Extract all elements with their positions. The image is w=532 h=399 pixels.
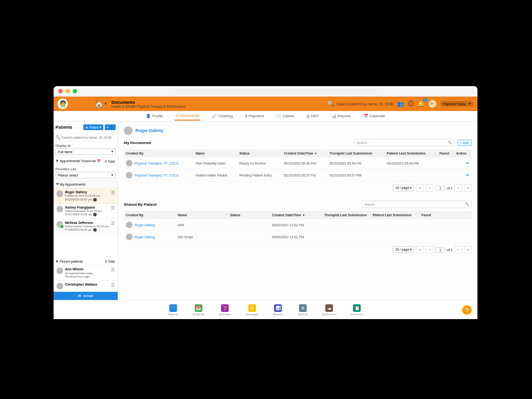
email-button[interactable]: ✉ Email	[54, 292, 118, 300]
col-name[interactable]: Name	[176, 211, 228, 219]
add-patient-button[interactable]: + 👤	[105, 124, 116, 130]
table-row[interactable]: Physical Therapist, PT, CSCSPatient Inta…	[124, 169, 472, 181]
col-status[interactable]: Status	[237, 149, 282, 157]
nav-insurance[interactable]: 📋Insurance	[351, 304, 363, 316]
item-menu-button[interactable]: ☰	[111, 190, 115, 195]
tab-hep[interactable]: |||HEP	[306, 112, 320, 120]
tab-documents[interactable]: ✏Documents	[175, 111, 200, 121]
col-therapist-sub[interactable]: Therapist Last Submission	[328, 149, 385, 157]
appointment-item[interactable]: Melissa JeffersonPerformance Training at…	[54, 219, 118, 234]
avatar	[56, 267, 63, 274]
bell-icon[interactable]: 🔔 1	[418, 100, 425, 107]
creator-link[interactable]: Roger Daltrey	[134, 235, 155, 239]
table-row[interactable]: Roger DaltreyMD Script06/03/2022 12:01 P…	[124, 231, 472, 243]
item-menu-button[interactable]: ☰	[111, 267, 115, 272]
appointment-name: Roger Daltrey	[65, 190, 109, 194]
table-row[interactable]: Roger DaltreyMRI06/03/2022 12:02 PM	[124, 219, 472, 231]
next-page-button[interactable]: ›	[454, 184, 462, 192]
tab-claims[interactable]: 📄Claims	[275, 112, 295, 120]
nav-exercises[interactable]: 🏋Exercises	[219, 304, 231, 316]
creator-link[interactable]: Roger Daltrey	[134, 223, 155, 227]
creator-link[interactable]: Physical Therapist, PT, CSCS	[134, 174, 178, 177]
user-avatar[interactable]: PT	[429, 100, 436, 108]
last-page-button[interactable]: »	[464, 246, 472, 254]
first-page-button[interactable]: «	[416, 184, 424, 192]
table-row[interactable]: Physical Therapist, PT, CSCSPain Disabil…	[124, 157, 472, 169]
my-documents-title: My Documents	[124, 141, 151, 145]
nav-schedule[interactable]: 📅Schedule	[192, 304, 204, 316]
item-menu-button[interactable]: ☰	[111, 221, 115, 226]
col-faxed[interactable]: Faxed	[438, 149, 454, 157]
page-input[interactable]	[435, 186, 445, 191]
col-created-dt[interactable]: Created Date/Time ▼	[270, 211, 322, 219]
col-status[interactable]: Status	[228, 211, 270, 219]
people-icon[interactable]: 👥	[397, 100, 404, 107]
help-button[interactable]: ?	[462, 305, 472, 315]
providers-select[interactable]: Please select ▾	[55, 172, 116, 178]
edit-icon[interactable]: ✏	[466, 161, 470, 166]
display-as-select[interactable]: Full name ▾	[55, 148, 116, 155]
first-page-button[interactable]: «	[416, 246, 424, 254]
pinned-patient-item[interactable]: Ann WilsonNo appointment todayPending Fi…	[54, 266, 118, 281]
pinned-patients-section[interactable]: Pinned patients 3 Total	[54, 258, 118, 266]
sidebar-search-input[interactable]	[62, 136, 116, 139]
tab-icon: 📊	[332, 114, 336, 118]
tab-profile[interactable]: 👤Profile	[145, 112, 164, 120]
sidebar-search[interactable]: 🔍	[54, 133, 118, 142]
global-search[interactable]: 🔍 Search patient by name, ID, DOB	[327, 100, 393, 107]
nav-patients[interactable]: 🩺Patients	[168, 304, 178, 316]
pinned-patient-item[interactable]: Christopher Wallace☰	[54, 281, 118, 292]
next-page-button[interactable]: ›	[454, 246, 462, 254]
docs-search-input[interactable]: Search... 🔍	[354, 139, 454, 146]
nav-dashboard[interactable]: ☁Dashboard	[322, 304, 336, 316]
tab-payment[interactable]: $Payment	[244, 112, 265, 120]
appointment-item[interactable]: Ashley FrangipaneInitial Evaluation at 0…	[54, 204, 118, 219]
per-page-select[interactable]: 10 / page ▾	[393, 185, 414, 191]
item-menu-button[interactable]: ☰	[111, 283, 115, 288]
chevron-down-icon: ▾	[111, 173, 113, 177]
edit-icon[interactable]: ✏	[466, 173, 470, 177]
col-created-by[interactable]: Created By	[124, 149, 194, 157]
user-menu[interactable]: Physical Thera... ▾	[440, 101, 474, 107]
minimize-window-button[interactable]	[66, 89, 70, 93]
col-created-dt[interactable]: Created Date/Time ▼	[282, 149, 327, 157]
tab-charting[interactable]: 📈Charting	[211, 112, 233, 120]
nav-messages[interactable]: ✉Messages	[245, 304, 258, 316]
col-patient-sub[interactable]: Patient Last Submission	[371, 211, 420, 219]
tab-calendar[interactable]: 📅Calendar	[363, 112, 386, 120]
search-icon: 🔍	[465, 202, 469, 206]
appointment-item[interactable]: Roger DaltreyFollow-Up Visit at 12:00 pm…	[54, 188, 118, 204]
filters-button[interactable]: ▼ Filters ▾	[83, 124, 103, 130]
appointments-tomorrow-section[interactable]: Appointments Tomorrow 📅 4 Total	[54, 157, 118, 166]
doc-therapist-sub: 05/23/2023 05:57 PM	[328, 169, 385, 181]
creator-link[interactable]: Physical Therapist, PT, CSCS	[134, 162, 178, 165]
info-icon[interactable]: ⓘ	[408, 100, 414, 108]
nav-settings[interactable]: ⚙Settings	[298, 304, 308, 316]
tab-icon: 📄	[276, 114, 281, 118]
last-page-button[interactable]: »	[464, 184, 472, 192]
maximize-window-button[interactable]	[73, 89, 77, 93]
nav-icon: 🩺	[169, 304, 177, 312]
col-created-by[interactable]: Created By	[124, 211, 176, 219]
close-window-button[interactable]	[58, 89, 63, 93]
page-input[interactable]	[435, 247, 445, 253]
my-appointments-section[interactable]: My Appointments	[54, 181, 118, 188]
shared-search-input[interactable]: Search... 🔍	[362, 200, 472, 208]
col-action[interactable]: Action	[454, 149, 472, 157]
patient-name-link[interactable]: Roger Daltrey	[135, 128, 164, 133]
nav-reports[interactable]: 📊Reports	[273, 304, 283, 316]
calendar-icon: 📅	[97, 159, 101, 163]
col-therapist-sub[interactable]: Therapist Last Submission	[322, 211, 371, 219]
per-page-select[interactable]: 10 / page ▾	[393, 246, 414, 253]
home-button[interactable]: 🏠 ▾	[94, 100, 107, 109]
url-bar[interactable]	[176, 89, 377, 94]
col-faxed[interactable]: Faxed	[420, 211, 472, 219]
prev-page-button[interactable]: ‹	[426, 184, 433, 192]
item-menu-button[interactable]: ☰	[111, 206, 115, 211]
prev-page-button[interactable]: ‹	[426, 246, 433, 254]
col-patient-sub[interactable]: Patient Last Submission	[385, 149, 438, 157]
add-document-button[interactable]: + Add	[457, 140, 472, 146]
tab-reports[interactable]: 📊Reports	[331, 112, 352, 120]
col-name[interactable]: Name	[194, 149, 237, 157]
nav-icon: ☁	[325, 304, 333, 312]
